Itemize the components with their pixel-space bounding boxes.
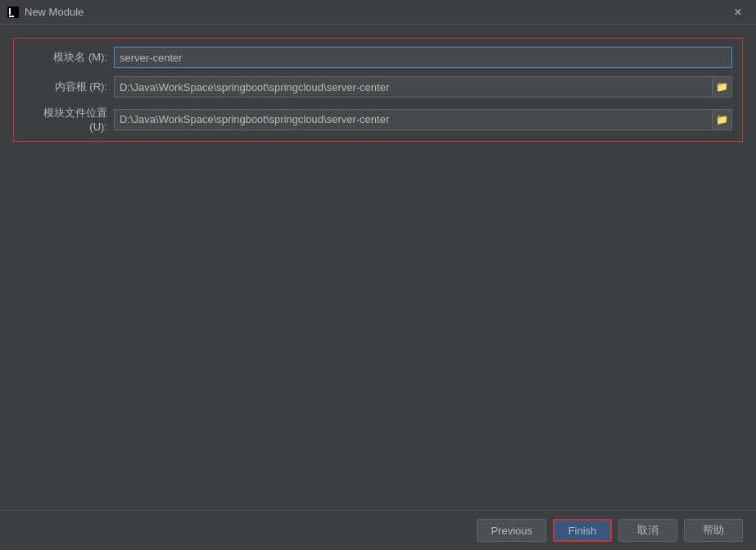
title-bar: New Module × — [0, 0, 756, 25]
footer: Previous Finish 取消 帮助 — [0, 510, 756, 550]
previous-button[interactable]: Previous — [477, 519, 546, 542]
form-section: 模块名 (M): 内容根 (R): 📁 模块文件位置 (U): 📁 — [13, 38, 743, 142]
finish-button[interactable]: Finish — [553, 519, 612, 542]
cancel-button[interactable]: 取消 — [618, 519, 677, 542]
module-files-label: 模块文件位置 (U): — [24, 106, 114, 133]
folder-icon: 📁 — [716, 81, 728, 93]
content-root-input-wrapper: 📁 — [114, 76, 732, 98]
content-spacer — [13, 155, 743, 497]
module-name-input-wrapper — [114, 47, 732, 68]
content-root-input[interactable] — [114, 76, 713, 98]
app-icon — [7, 6, 20, 19]
module-files-input[interactable] — [114, 109, 713, 130]
folder-icon-2: 📁 — [716, 114, 728, 125]
module-files-browse-button[interactable]: 📁 — [713, 109, 732, 130]
module-name-row: 模块名 (M): — [24, 47, 732, 68]
svg-rect-1 — [9, 16, 14, 17]
module-files-row: 模块文件位置 (U): 📁 — [24, 106, 732, 133]
main-content: 模块名 (M): 内容根 (R): 📁 模块文件位置 (U): 📁 — [0, 25, 756, 510]
svg-rect-2 — [9, 8, 11, 15]
module-files-input-wrapper: 📁 — [114, 109, 732, 130]
window-title: New Module — [25, 6, 727, 18]
module-name-label: 模块名 (M): — [24, 50, 114, 65]
module-name-input[interactable] — [114, 47, 732, 68]
help-button[interactable]: 帮助 — [684, 519, 743, 542]
close-button[interactable]: × — [727, 1, 749, 24]
content-root-label: 内容根 (R): — [24, 80, 114, 94]
content-root-browse-button[interactable]: 📁 — [713, 76, 732, 98]
content-root-row: 内容根 (R): 📁 — [24, 76, 732, 98]
